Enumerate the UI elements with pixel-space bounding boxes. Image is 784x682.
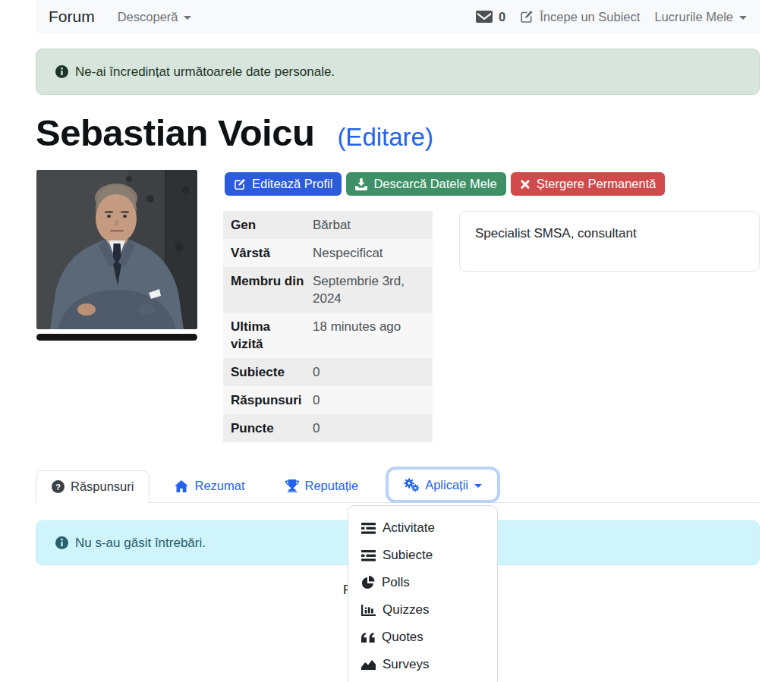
forum-brand-link[interactable]: Forum [49, 8, 95, 26]
delete-account-label: Ștergere Permanentă [537, 177, 656, 191]
menu-item-subiecte[interactable]: Subiecte [348, 542, 497, 569]
menu-item-label: Activitate [383, 520, 435, 536]
home-icon [175, 480, 188, 492]
menu-item-label: Polls [382, 575, 410, 590]
gears-icon [404, 478, 419, 492]
table-row: VârstăNespecificat [223, 239, 433, 267]
pencil-square-icon [234, 178, 246, 190]
table-row: Ultima vizită18 minutes ago [223, 313, 433, 358]
info-circle-icon [55, 65, 68, 78]
new-topic-link[interactable]: Începe un Subiect [520, 10, 640, 24]
profile-header: Sebastian Voicu (Editare) [36, 112, 433, 154]
edit-profile-label: Editează Profil [252, 177, 332, 191]
svg-text:?: ? [55, 482, 61, 492]
download-data-button[interactable]: Descarcă Datele Mele [346, 172, 505, 196]
portrait-image [36, 170, 197, 329]
envelope-icon [476, 11, 493, 23]
tab-rezumat[interactable]: Rezumat [159, 470, 260, 502]
apps-dropdown-menu: Activitate Subiecte Polls Quizzes Quotes… [348, 505, 498, 682]
tab-rezumat-label: Rezumat [194, 479, 244, 493]
x-icon [520, 179, 531, 190]
tab-raspunsuri-label: Răspunsuri [71, 479, 134, 494]
edit-profile-button[interactable]: Editează Profil [225, 172, 342, 196]
topics-list-icon [361, 550, 376, 561]
menu-item-quizzes[interactable]: Quizzes [348, 596, 497, 624]
my-stuff-dropdown[interactable]: Lucrurile Mele [654, 10, 747, 24]
table-row: Răspunsuri0 [223, 386, 433, 414]
quote-icon [361, 633, 375, 643]
question-circle-icon: ? [52, 480, 65, 493]
tab-raspunsuri[interactable]: ? Răspunsuri [36, 470, 150, 503]
chevron-down-icon [739, 16, 747, 20]
menu-item-label: Quotes [382, 630, 423, 645]
menu-item-quotes[interactable]: Quotes [348, 624, 497, 651]
bio-text: Specialist SMSA, consultant [475, 226, 637, 240]
profile-details-table: GenBărbat VârstăNespecificat Membru dinS… [223, 211, 433, 442]
pencil-square-icon [520, 10, 534, 24]
page-title: Sebastian Voicu [36, 112, 314, 154]
menu-item-surveys[interactable]: Surveys [348, 651, 497, 678]
discover-dropdown[interactable]: Descoperă [118, 10, 192, 24]
profile-actions: Editează Profil Descarcă Datele Mele Ște… [225, 172, 665, 196]
new-topic-label: Începe un Subiect [540, 10, 640, 24]
tab-aplicatii[interactable]: Aplicații [389, 470, 497, 500]
menu-item-label: Quizzes [383, 602, 429, 618]
photo-underline-bar [36, 334, 197, 341]
download-icon [355, 178, 367, 190]
table-row: Puncte0 [223, 414, 433, 442]
pie-chart-icon [361, 576, 375, 589]
trophy-icon [285, 479, 299, 492]
tab-reputatie[interactable]: Reputație [270, 470, 374, 502]
table-row: Subiecte0 [223, 358, 433, 386]
chevron-down-icon [184, 16, 191, 20]
chevron-down-icon [474, 484, 482, 488]
messages-link[interactable]: 0 [476, 10, 505, 24]
menu-item-label: Subiecte [383, 548, 433, 563]
tab-reputatie-label: Reputație [305, 479, 359, 493]
navbar-right: 0 Începe un Subiect Lucrurile Mele [476, 10, 747, 24]
area-chart-icon [361, 659, 376, 670]
info-circle-icon [55, 536, 68, 549]
profile-tabs: ? Răspunsuri Rezumat Reputație [36, 470, 760, 503]
bio-card: Specialist SMSA, consultant [459, 211, 760, 272]
bar-chart-icon [361, 605, 376, 616]
personal-data-alert: Ne-ai încredințat următoarele date perso… [36, 49, 760, 95]
messages-count: 0 [499, 10, 505, 24]
personal-data-alert-text: Ne-ai încredințat următoarele date perso… [75, 64, 335, 80]
table-row: Membru dinSeptembrie 3rd, 2024 [223, 267, 433, 313]
top-navbar: Forum Descoperă 0 Începe un Subiect Lucr… [36, 0, 760, 33]
menu-item-polls[interactable]: Polls [348, 569, 497, 596]
menu-item-label: Surveys [383, 657, 429, 672]
activity-list-icon [361, 523, 376, 534]
menu-item-activitate[interactable]: Activitate [348, 514, 497, 542]
table-row: GenBărbat [223, 211, 433, 239]
my-stuff-label: Lucrurile Mele [654, 10, 733, 24]
discover-label: Descoperă [118, 10, 178, 24]
delete-account-button[interactable]: Ștergere Permanentă [511, 172, 666, 196]
no-questions-alert-text: Nu s-au găsit întrebări. [75, 536, 206, 551]
download-data-label: Descarcă Datele Mele [373, 177, 496, 191]
profile-photo [36, 170, 197, 329]
edit-profile-link[interactable]: (Editare) [337, 123, 433, 152]
tab-aplicatii-label: Aplicații [425, 478, 468, 492]
